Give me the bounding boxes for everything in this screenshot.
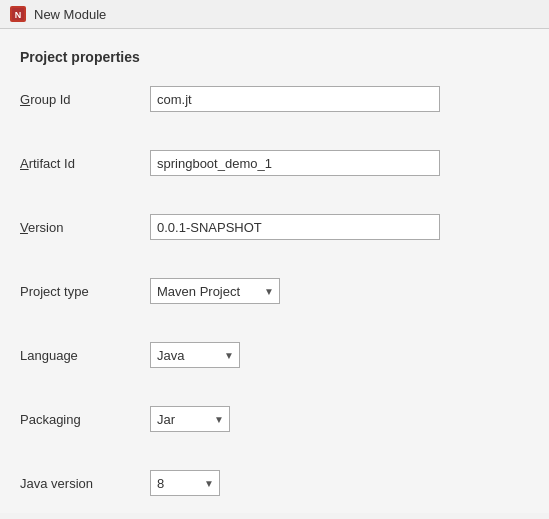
title-bar-icon: N (10, 6, 26, 22)
group-id-label-text: Group Id (20, 92, 71, 107)
version-cell (150, 211, 529, 243)
packaging-label: Packaging (20, 403, 150, 435)
table-row: Version (20, 211, 529, 243)
artifact-id-label-text: Artifact Id (20, 156, 75, 171)
java-version-label-text: Java version (20, 476, 93, 491)
table-row: Group Id (20, 83, 529, 115)
packaging-wrapper: Jar War ▼ (150, 406, 230, 432)
language-label-text: Language (20, 348, 78, 363)
packaging-label-text: Packaging (20, 412, 81, 427)
table-row: Packaging Jar War ▼ (20, 403, 529, 435)
version-input[interactable] (150, 214, 440, 240)
section-title: Project properties (20, 49, 529, 65)
artifact-id-cell (150, 147, 529, 179)
content-area: Project properties Group Id Artifact Id (0, 29, 549, 513)
group-id-cell (150, 83, 529, 115)
language-label: Language (20, 339, 150, 371)
project-type-label-text: Project type (20, 284, 89, 299)
title-bar: N New Module (0, 0, 549, 29)
artifact-id-label: Artifact Id (20, 147, 150, 179)
language-select[interactable]: Java Kotlin Groovy (150, 342, 240, 368)
java-version-select[interactable]: 8 11 17 (150, 470, 220, 496)
language-cell: Java Kotlin Groovy ▼ (150, 339, 529, 371)
table-row: Artifact Id (20, 147, 529, 179)
group-id-label: Group Id (20, 83, 150, 115)
project-type-label: Project type (20, 275, 150, 307)
project-type-select[interactable]: Maven Project Gradle Project (150, 278, 280, 304)
project-type-wrapper: Maven Project Gradle Project ▼ (150, 278, 280, 304)
version-label-text: Version (20, 220, 63, 235)
table-row: Java version 8 11 17 ▼ (20, 467, 529, 499)
language-wrapper: Java Kotlin Groovy ▼ (150, 342, 240, 368)
project-type-cell: Maven Project Gradle Project ▼ (150, 275, 529, 307)
java-version-wrapper: 8 11 17 ▼ (150, 470, 220, 496)
java-version-cell: 8 11 17 ▼ (150, 467, 529, 499)
table-row: Project type Maven Project Gradle Projec… (20, 275, 529, 307)
java-version-label: Java version (20, 467, 150, 499)
title-bar-text: New Module (34, 7, 106, 22)
properties-form: Group Id Artifact Id Version (20, 83, 529, 513)
group-id-input[interactable] (150, 86, 440, 112)
packaging-cell: Jar War ▼ (150, 403, 529, 435)
packaging-select[interactable]: Jar War (150, 406, 230, 432)
version-label: Version (20, 211, 150, 243)
svg-text:N: N (15, 10, 22, 20)
artifact-id-input[interactable] (150, 150, 440, 176)
table-row: Language Java Kotlin Groovy ▼ (20, 339, 529, 371)
